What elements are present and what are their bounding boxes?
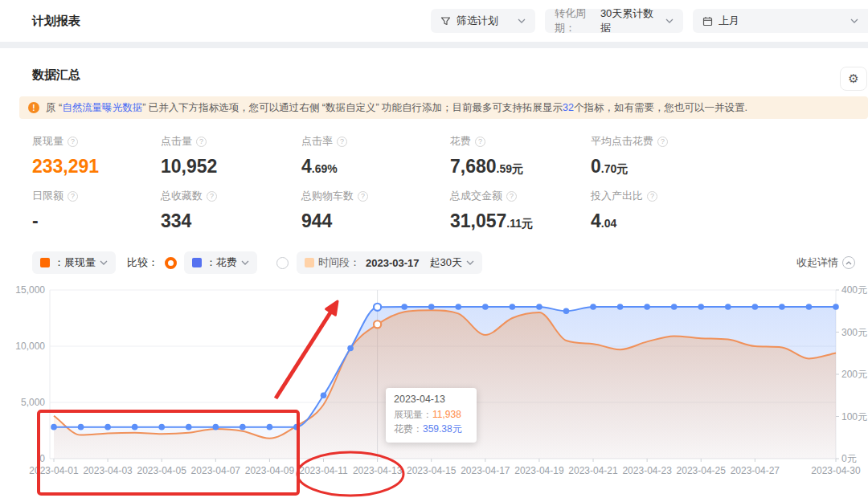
data-point — [617, 304, 624, 310]
x-axis-label: 2023-04-21 — [568, 465, 618, 476]
compare-radio-unselected[interactable] — [276, 257, 289, 269]
help-icon[interactable]: ? — [68, 191, 78, 202]
x-axis-label: 2023-04-19 — [514, 465, 564, 476]
funnel-icon — [440, 16, 451, 27]
data-point — [321, 392, 327, 398]
x-axis-label: 2023-04-15 — [407, 465, 457, 476]
series1-swatch — [40, 258, 50, 267]
date-range-dropdown[interactable]: 上月 — [693, 9, 868, 33]
chevron-down-icon — [241, 260, 249, 265]
series2-selector[interactable]: ：花费 — [184, 251, 257, 274]
metrics-summary: 展现量? 233,291 点击量? 10,952 点击率? 4.69% 花费? … — [0, 119, 868, 232]
conversion-period-dropdown[interactable]: 转化周期： 30天累计数据 — [545, 9, 683, 33]
metric-ctr: 点击率? 4.69% — [301, 134, 450, 178]
metric-label: 总购物车数 — [301, 189, 354, 203]
metric-value: 233,291 — [32, 156, 161, 178]
series1-label: ：展现量 — [54, 255, 96, 270]
metric-label: 点击量 — [161, 134, 192, 149]
metric-value: 10,952 — [161, 156, 301, 178]
y-axis-label-left: 15,000 — [15, 284, 45, 296]
metric-label: 总收藏数 — [161, 189, 203, 203]
page-title: 计划报表 — [32, 14, 80, 29]
topbar-filters: 筛选计划 转化周期： 30天累计数据 上月 — [431, 9, 868, 33]
conversion-period-value: 30天累计数据 — [600, 6, 654, 35]
x-axis-label: 2023-04-13 — [353, 465, 403, 476]
y-axis-label-left: 5,000 — [21, 397, 45, 408]
filter-plan-dropdown[interactable]: 筛选计划 — [431, 9, 535, 33]
data-point — [806, 304, 813, 310]
data-point — [186, 424, 192, 431]
x-axis-label: 2023-04-30 — [811, 465, 861, 476]
conversion-period-label: 转化周期： — [555, 6, 599, 35]
hover-marker — [374, 320, 381, 328]
period-date: 2023-03-17 — [366, 257, 420, 269]
data-point — [671, 304, 678, 310]
data-point — [78, 424, 84, 431]
chart-tooltip: 2023-04-13 展现量： 11,938 花费： 359.38元 — [386, 388, 477, 443]
data-point — [401, 304, 407, 310]
filter-plan-label: 筛选计划 — [457, 14, 498, 28]
period-selector[interactable]: 时间段： 2023-03-17 起30天 — [297, 251, 482, 274]
settings-button[interactable]: ⚙ — [840, 67, 867, 91]
help-icon[interactable]: ? — [657, 137, 668, 147]
card-header: 数据汇总 — [0, 48, 868, 83]
data-point — [752, 304, 759, 310]
help-icon[interactable]: ? — [337, 137, 347, 147]
tooltip-row: 展现量： 11,938 — [394, 407, 469, 422]
metric-roi: 投入产出比? 4.04 — [591, 189, 657, 232]
metric-value: 944 — [301, 210, 450, 232]
x-axis-label: 2023-04-05 — [137, 465, 187, 476]
data-point — [644, 304, 650, 310]
metric-cost: 花费? 7,680.59元 — [450, 134, 591, 178]
calendar-icon — [702, 16, 713, 27]
y-axis-label-left: 10,000 — [15, 341, 45, 352]
x-axis-label: 2023-04-03 — [83, 465, 133, 476]
tooltip-value: 11,938 — [432, 407, 461, 422]
compare-label: 比较： — [127, 255, 158, 270]
notice-link[interactable]: 自然流量曝光数据 — [62, 102, 142, 113]
metric-value: 0.70元 — [591, 156, 668, 178]
data-point — [293, 424, 300, 431]
help-icon[interactable]: ? — [358, 191, 368, 202]
data-point — [698, 304, 704, 310]
data-point — [51, 424, 57, 431]
metric-value: 7,680.59元 — [450, 156, 591, 178]
data-point — [132, 424, 138, 431]
collapse-details-button[interactable]: 收起详情 — [796, 255, 855, 270]
period-range: 起30天 — [430, 255, 462, 270]
info-icon: ! — [28, 102, 39, 113]
series1-selector[interactable]: ：展现量 — [32, 251, 116, 274]
plan-report-page: { "topbar": { "title": "计划报表", "filter_p… — [0, 0, 868, 502]
help-icon[interactable]: ? — [506, 191, 517, 202]
data-point — [536, 304, 542, 310]
metric-value: 334 — [161, 210, 301, 232]
chevron-down-icon — [850, 18, 858, 23]
notice-bar: ! 原 “自然流量曝光数据” 已并入下方指标选项，您可以通过右侧 “数据自定义”… — [19, 96, 868, 119]
metric-value: 31,057.11元 — [450, 210, 591, 232]
compare-radio-selected[interactable] — [165, 257, 177, 269]
notice-link[interactable]: 32 — [563, 102, 574, 113]
tooltip-value: 359.38元 — [423, 422, 462, 436]
notice-text: 原 “自然流量曝光数据” 已并入下方指标选项，您可以通过右侧 “数据自定义” 功… — [46, 101, 747, 115]
data-point — [563, 308, 570, 314]
collapse-details-label: 收起详情 — [796, 255, 838, 270]
metric-label: 日限额 — [32, 189, 63, 203]
help-icon[interactable]: ? — [475, 137, 485, 147]
chevron-down-icon — [665, 18, 674, 23]
chart-controls: ：展现量 比较： ：花费 时间段： 2023-03-17 起30天 收起详情 — [0, 243, 868, 275]
x-axis-label: 2023-04-25 — [677, 465, 727, 476]
metrics-row: 展现量? 233,291 点击量? 10,952 点击率? 4.69% 花费? … — [32, 134, 868, 178]
help-icon[interactable]: ? — [647, 191, 657, 202]
data-point — [267, 424, 273, 431]
period-swatch — [305, 258, 314, 267]
data-point — [104, 424, 111, 431]
metric-gmv: 总成交金额? 31,057.11元 — [450, 189, 591, 232]
help-icon[interactable]: ? — [196, 137, 207, 147]
collapse-circle-icon — [842, 256, 855, 269]
series2-label: ：花费 — [206, 255, 237, 270]
metric-favorites: 总收藏数? 334 — [161, 189, 301, 232]
notice-text-part: 个指标，如有需要，您也可以一并设置. — [574, 102, 747, 113]
help-icon[interactable]: ? — [207, 191, 217, 202]
help-icon[interactable]: ? — [68, 137, 78, 147]
x-axis-label: 2023-04-17 — [461, 465, 510, 476]
